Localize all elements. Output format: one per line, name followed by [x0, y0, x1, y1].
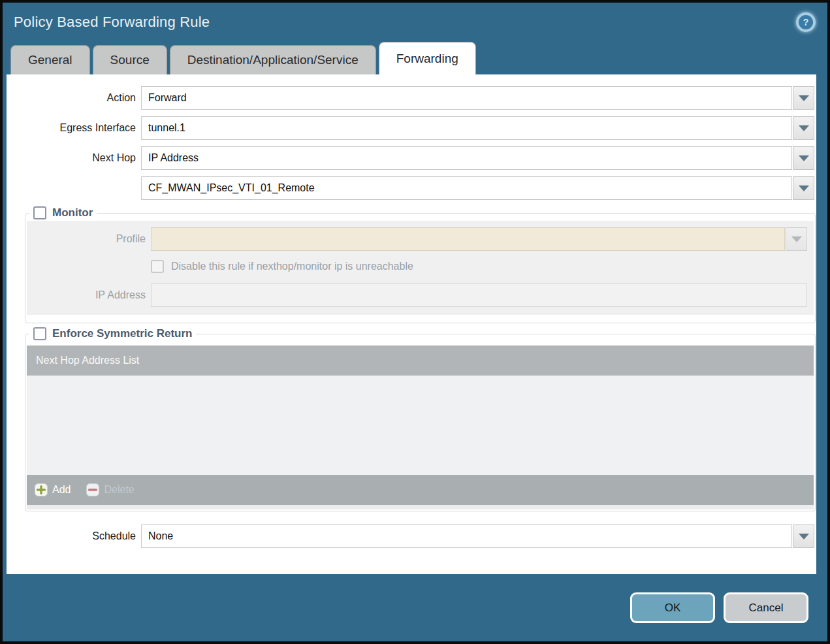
dialog-titlebar: Policy Based Forwarding Rule ? [3, 3, 827, 42]
monitor-panel: Profile Disable this rule if nexthop/mon… [27, 221, 814, 315]
chevron-down-icon [799, 95, 809, 101]
next-hop-value[interactable]: IP Address [141, 146, 792, 170]
schedule-label: Schedule [7, 530, 141, 542]
tab-source[interactable]: Source [93, 45, 167, 74]
help-icon[interactable]: ? [796, 12, 816, 32]
egress-interface-dropdown-button[interactable] [793, 116, 814, 140]
tab-destination-application-service[interactable]: Destination/Application/Service [170, 45, 376, 74]
chevron-down-icon [799, 155, 809, 161]
forwarding-tab-panel: Action Forward Egress Interface tunnel.1… [7, 74, 816, 574]
action-dropdown-button[interactable] [793, 86, 814, 110]
next-hop-label: Next Hop [7, 152, 141, 164]
monitor-legend: Monitor [29, 206, 97, 219]
profile-dropdown-button [786, 227, 807, 251]
schedule-dropdown-button[interactable] [793, 524, 814, 548]
profile-value [151, 227, 785, 251]
minus-icon [86, 483, 99, 496]
egress-interface-label: Egress Interface [7, 122, 141, 134]
table-bottom-strip [27, 505, 814, 509]
next-hop-address-list-body [27, 376, 814, 475]
dialog-footer: OK Cancel [3, 574, 827, 641]
next-hop-address-value[interactable]: CF_MWAN_IPsec_VTI_01_Remote [141, 176, 792, 200]
monitor-group: Monitor Profile Disable this rule if nex… [25, 206, 816, 323]
profile-select [151, 227, 807, 251]
policy-based-forwarding-rule-dialog: Policy Based Forwarding Rule ? General S… [0, 0, 830, 644]
add-button-label: Add [52, 484, 71, 496]
monitor-ip-address-input [151, 283, 807, 307]
egress-interface-row: Egress Interface tunnel.1 [7, 116, 816, 140]
cancel-button[interactable]: Cancel [724, 592, 808, 623]
next-hop-address-dropdown-button[interactable] [793, 176, 814, 200]
next-hop-address-select[interactable]: CF_MWAN_IPsec_VTI_01_Remote [141, 176, 814, 200]
egress-interface-select[interactable]: tunnel.1 [141, 116, 814, 140]
monitor-checkbox[interactable] [33, 206, 46, 219]
ok-button[interactable]: OK [630, 592, 715, 623]
monitor-ip-address-row: IP Address [27, 283, 814, 307]
next-hop-address-table-toolbar: Add Delete [27, 475, 814, 505]
next-hop-address-list-header: Next Hop Address List [27, 346, 814, 376]
dialog-title: Policy Based Forwarding Rule [14, 14, 210, 31]
delete-button: Delete [86, 483, 134, 496]
monitor-legend-label: Monitor [52, 206, 93, 219]
question-mark-glyph: ? [799, 15, 813, 29]
delete-button-label: Delete [104, 484, 134, 496]
next-hop-address-row: CF_MWAN_IPsec_VTI_01_Remote [7, 176, 816, 200]
action-label: Action [7, 92, 141, 104]
disable-rule-checkbox [151, 260, 164, 273]
chevron-down-icon [799, 185, 809, 191]
monitor-ip-address-label: IP Address [27, 289, 151, 301]
action-select[interactable]: Forward [141, 86, 814, 110]
tab-forwarding[interactable]: Forwarding [379, 42, 476, 74]
next-hop-row: Next Hop IP Address [7, 146, 816, 170]
chevron-down-icon [799, 534, 809, 539]
enforce-symmetric-return-checkbox[interactable] [33, 327, 46, 340]
add-button[interactable]: Add [35, 483, 71, 496]
schedule-row: Schedule None [7, 524, 816, 548]
next-hop-address-table: Next Hop Address List Add [27, 346, 814, 509]
chevron-down-icon [791, 236, 802, 242]
schedule-value[interactable]: None [141, 524, 792, 548]
profile-row: Profile [27, 227, 814, 251]
action-value[interactable]: Forward [141, 86, 792, 110]
enforce-symmetric-return-group: Enforce Symmetric Return Next Hop Addres… [25, 327, 816, 511]
chevron-down-icon [799, 125, 809, 131]
enforce-symmetric-return-legend: Enforce Symmetric Return [29, 327, 196, 340]
action-row: Action Forward [7, 86, 816, 110]
schedule-select[interactable]: None [141, 524, 814, 548]
enforce-symmetric-return-legend-label: Enforce Symmetric Return [52, 327, 192, 340]
egress-interface-value[interactable]: tunnel.1 [141, 116, 792, 140]
profile-label: Profile [27, 233, 151, 245]
tab-general[interactable]: General [10, 45, 90, 74]
next-hop-select[interactable]: IP Address [141, 146, 814, 170]
disable-rule-label: Disable this rule if nexthop/monitor ip … [171, 261, 413, 272]
plus-icon [35, 483, 48, 496]
tab-bar: General Source Destination/Application/S… [3, 42, 827, 74]
next-hop-dropdown-button[interactable] [793, 146, 814, 170]
disable-rule-row: Disable this rule if nexthop/monitor ip … [151, 257, 814, 276]
